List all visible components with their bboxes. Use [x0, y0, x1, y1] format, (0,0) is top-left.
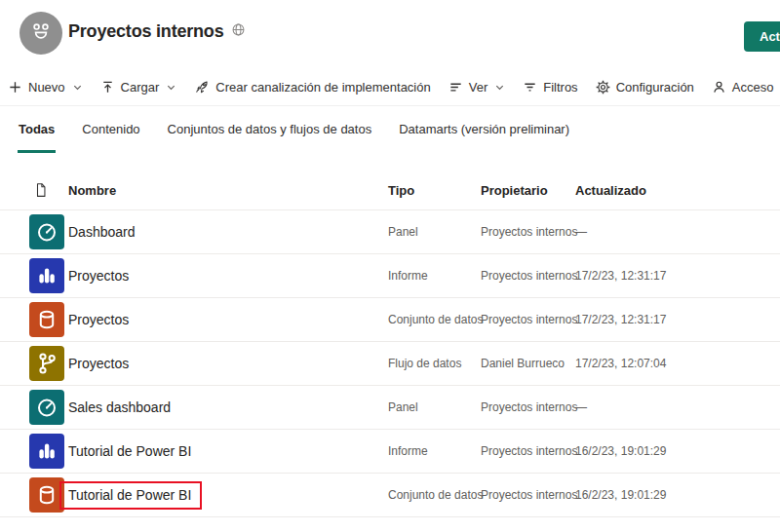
table-row[interactable]: Tutorial de Power BI Conjunto de datos P… — [0, 474, 780, 517]
upload-label: Cargar — [121, 80, 160, 95]
rocket-icon — [194, 79, 210, 95]
upload-icon — [100, 80, 115, 95]
tab-datamarts[interactable]: Datamarts (versión preliminar) — [398, 110, 570, 153]
filters-label: Filtros — [543, 80, 577, 95]
access-button[interactable]: Acceso — [712, 80, 774, 95]
content-tabs: Todas Contenido Conjuntos de datos y flu… — [0, 106, 780, 153]
item-name[interactable]: Tutorial de Power BI — [68, 487, 191, 503]
upload-button[interactable]: Cargar — [100, 80, 177, 95]
item-type: Informe — [388, 444, 481, 458]
item-owner: Proyectos internos — [481, 225, 575, 239]
item-updated: 17/2/23, 12:31:17 — [575, 269, 780, 283]
item-type: Conjunto de datos — [388, 488, 481, 502]
access-label: Acceso — [732, 80, 774, 95]
view-label: Ver — [469, 80, 488, 95]
table-body: Dashboard Panel Proyectos internos — Pro… — [0, 210, 780, 517]
item-owner: Proyectos internos — [481, 444, 575, 458]
report-icon — [29, 258, 64, 293]
item-type: Panel — [388, 225, 481, 239]
gear-icon — [596, 80, 610, 95]
table-row[interactable]: Dashboard Panel Proyectos internos — — [0, 210, 780, 254]
item-name[interactable]: Proyectos — [68, 268, 129, 284]
table-row[interactable]: Proyectos Flujo de datos Daniel Burrueco… — [0, 342, 780, 386]
people-group-icon — [26, 17, 56, 50]
item-updated: 17/2/23, 12:07:04 — [575, 357, 780, 370]
table-row[interactable]: Sales dashboard Panel Proyectos internos… — [0, 386, 780, 430]
item-name[interactable]: Proyectos — [68, 312, 129, 327]
dashboard-icon — [29, 214, 64, 249]
new-label: Nuevo — [28, 80, 65, 95]
item-type: Flujo de datos — [388, 357, 481, 370]
workspace-header: Proyectos internos Actualizar — [0, 0, 780, 68]
dashboard-icon — [29, 390, 64, 425]
column-header-actualizado[interactable]: Actualizado — [575, 183, 780, 198]
view-button[interactable]: Ver — [448, 80, 506, 95]
plus-icon — [8, 80, 22, 95]
item-type: Informe — [388, 269, 481, 283]
item-owner: Proyectos internos — [481, 488, 575, 502]
item-updated: 16/2/23, 19:01:29 — [575, 488, 780, 502]
chevron-down-icon — [494, 82, 505, 93]
table-row[interactable]: Proyectos Informe Proyectos internos 17/… — [0, 254, 780, 298]
new-button[interactable]: Nuevo — [8, 80, 83, 95]
column-header-propietario[interactable]: Propietario — [481, 183, 575, 198]
item-owner: Proyectos internos — [481, 400, 575, 414]
dataflow-icon — [29, 346, 64, 381]
item-updated: — — [575, 400, 780, 414]
column-header-nombre[interactable]: Nombre — [68, 183, 388, 198]
filters-button[interactable]: Filtros — [523, 80, 577, 95]
table-row[interactable]: Proyectos Conjunto de datos Proyectos in… — [0, 298, 780, 342]
table-header: Nombre Tipo Propietario Actualizado — [0, 171, 780, 210]
page-title: Proyectos internos — [68, 21, 223, 42]
item-updated: 16/2/23, 19:01:29 — [575, 444, 780, 458]
person-icon — [712, 80, 726, 95]
tab-contenido[interactable]: Contenido — [81, 110, 140, 153]
tab-todas[interactable]: Todas — [18, 110, 56, 153]
filter-icon — [523, 80, 537, 95]
create-deployment-pipeline-button[interactable]: Crear canalización de implementación — [194, 79, 430, 95]
item-name[interactable]: Dashboard — [68, 224, 136, 240]
create-deployment-pipeline-label: Crear canalización de implementación — [215, 80, 430, 95]
workspace-avatar — [20, 12, 62, 55]
chevron-down-icon — [72, 82, 83, 93]
table-row[interactable]: Tutorial de Power BI Informe Proyectos i… — [0, 430, 780, 474]
report-icon — [29, 434, 64, 469]
item-owner: Proyectos internos — [481, 269, 575, 283]
dataset-icon — [29, 302, 64, 337]
item-type: Panel — [388, 400, 481, 414]
red-highlight-box: Tutorial de Power BI — [59, 481, 202, 510]
tab-conjuntos-de-datos-y-flujos[interactable]: Conjuntos de datos y flujos de datos — [167, 110, 373, 153]
item-owner: Proyectos internos — [481, 313, 575, 326]
chevron-down-icon — [166, 82, 176, 93]
item-name[interactable]: Sales dashboard — [68, 399, 171, 415]
settings-button[interactable]: Configuración — [596, 80, 694, 95]
document-type-column-icon[interactable] — [0, 182, 68, 198]
column-header-tipo[interactable]: Tipo — [388, 183, 481, 198]
toolbar: Nuevo Cargar Crear canalización de imple… — [0, 68, 780, 106]
refresh-button[interactable]: Actualizar — [744, 21, 780, 52]
view-lines-icon — [448, 80, 463, 95]
globe-icon — [231, 22, 246, 41]
item-type: Conjunto de datos — [388, 313, 481, 326]
item-updated: — — [575, 225, 780, 239]
item-updated: 17/2/23, 12:31:17 — [575, 313, 780, 326]
settings-label: Configuración — [616, 80, 694, 95]
item-owner: Daniel Burrueco — [481, 357, 575, 370]
item-name[interactable]: Proyectos — [68, 356, 129, 371]
item-name[interactable]: Tutorial de Power BI — [68, 443, 191, 459]
